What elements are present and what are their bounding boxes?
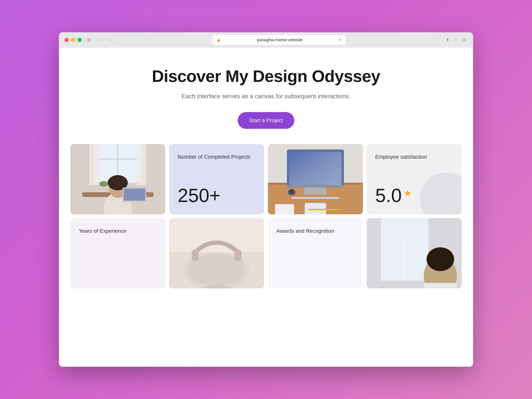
star-icon: ★	[404, 188, 412, 198]
address-bar[interactable]: 🔒 panaghia.framer.website ↻	[213, 35, 346, 45]
forward-icon: ›	[110, 38, 111, 42]
awards-label: Awards and Recognition	[276, 228, 354, 234]
hero-subtitle: Each interface serves as a canvas for su…	[70, 92, 462, 101]
forward-button[interactable]: ›	[108, 37, 114, 43]
cta-button[interactable]: Start a Project	[238, 112, 294, 129]
svg-point-6	[99, 181, 108, 187]
back-button[interactable]: ‹	[100, 37, 106, 43]
svg-rect-13	[124, 189, 145, 201]
card-years-stat: Years of Experience	[70, 218, 165, 288]
svg-rect-20	[289, 152, 342, 185]
hero-section: Discover My Design Odyssey Each interfac…	[59, 48, 473, 144]
sidebar-icon: ⊞	[87, 38, 90, 42]
projects-label: Number of Completed Projects	[178, 153, 256, 160]
satisfaction-value: 5.0	[375, 186, 402, 205]
url-display: panaghia.framer.website	[222, 38, 337, 42]
close-button[interactable]	[65, 38, 69, 42]
projects-value: 250+	[178, 186, 256, 205]
sidebar-toggle-button[interactable]: ⊞	[86, 37, 92, 43]
minimize-button[interactable]	[71, 38, 75, 42]
new-tab-button[interactable]: +	[453, 37, 459, 43]
stats-grid: Number of Completed Projects 250+	[59, 144, 473, 367]
lock-icon: 🔒	[216, 38, 221, 42]
page-content: Discover My Design Odyssey Each interfac…	[59, 48, 473, 367]
svg-rect-21	[287, 185, 344, 188]
card-projects-stat: Number of Completed Projects 250+	[169, 144, 264, 214]
card-laptop-photo	[268, 144, 363, 214]
hero-title: Discover My Design Odyssey	[70, 66, 462, 86]
maximize-button[interactable]	[77, 38, 82, 42]
browser-actions: ⬆ + ⧉	[444, 37, 467, 43]
svg-rect-5	[137, 144, 146, 185]
traffic-lights	[65, 38, 82, 42]
svg-rect-33	[308, 209, 339, 210]
svg-point-52	[427, 247, 454, 271]
share-button[interactable]: ⬆	[444, 37, 451, 43]
svg-point-32	[289, 190, 294, 194]
svg-rect-53	[424, 283, 457, 288]
woman-scene-bg	[70, 144, 165, 214]
browser-chrome: ⊞ ‹ › 🔒 panaghia.framer.website ↻ ⬆ + ⧉	[59, 32, 473, 48]
svg-rect-40	[234, 250, 242, 261]
satisfaction-bg-circle	[420, 172, 462, 214]
card-coffee-photo	[169, 218, 264, 288]
card-satisfaction-stat: Employee satisfaction 5.0 ★	[367, 144, 462, 214]
browser-nav-controls: ‹ ›	[100, 37, 114, 43]
browser-window: ⊞ ‹ › 🔒 panaghia.framer.website ↻ ⬆ + ⧉	[59, 32, 473, 367]
svg-rect-39	[192, 250, 199, 261]
address-bar-container: 🔒 panaghia.framer.website ↻	[118, 35, 440, 45]
card-woman-photo	[70, 144, 165, 214]
years-label: Years of Experience	[79, 228, 157, 234]
card-awards-stat: Awards and Recognition	[268, 218, 363, 288]
tabs-button[interactable]: ⧉	[461, 37, 467, 43]
reload-icon[interactable]: ↻	[339, 38, 342, 42]
svg-rect-4	[89, 144, 99, 185]
card-person2-photo	[367, 218, 462, 288]
back-icon: ‹	[102, 38, 103, 42]
svg-rect-30	[305, 203, 326, 214]
svg-rect-34	[275, 204, 294, 214]
satisfaction-label: Employee satisfaction	[375, 153, 453, 160]
